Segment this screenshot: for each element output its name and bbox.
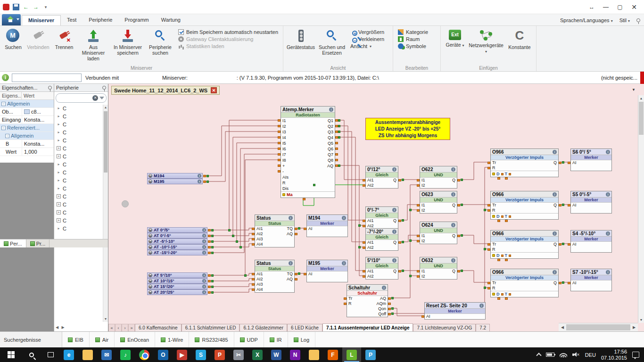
symbole-button[interactable]: Symbole — [398, 43, 436, 49]
tree-item[interactable]: ▸C — [54, 168, 108, 176]
page-tab[interactable]: 6.1.1 Schlafzimmer LED — [182, 324, 240, 331]
ansicht-dropdown[interactable]: Ansicht ▾ — [350, 43, 388, 49]
tree-item[interactable]: +C — [54, 208, 108, 216]
expand-icon[interactable]: + — [57, 146, 61, 150]
keyboard-language[interactable]: DEU — [585, 352, 596, 358]
ribbon-tab-programm[interactable]: Programm — [118, 15, 155, 25]
aus-miniserver-laden-button[interactable]: Aus Miniserver laden — [76, 27, 110, 65]
merker-row[interactable]: MAT -15°/-20°i — [147, 250, 207, 255]
property-group[interactable]: −Referenziert... — [0, 124, 54, 132]
page-tab[interactable]: 6.1.2 Gästezimmer — [239, 324, 287, 331]
tree-item[interactable]: ▸C — [54, 128, 108, 136]
verbinden-button[interactable]: Verbinden — [25, 27, 52, 65]
taskbar-app-spotify[interactable]: ♪ — [116, 347, 135, 362]
vergroessern-button[interactable]: + Vergrößern — [350, 29, 388, 35]
property-row[interactable]: Wert1,000 — [0, 148, 54, 156]
taskbar-app-onenote[interactable]: N — [286, 347, 305, 362]
block-s6[interactable]: S6 0°/ 5°iMerkerAI — [570, 148, 612, 171]
tree-item[interactable]: ▸C — [54, 224, 108, 232]
annotation-note[interactable]: AussentemperaturabhängigeLED Anzeige VZ … — [365, 118, 450, 140]
block-g4[interactable]: 5°/10°iGleichAI1QAI2 — [365, 257, 398, 280]
taskbar-app-skype[interactable]: S — [191, 347, 210, 362]
block-o632[interactable]: O632iUNDI1QI2 — [420, 257, 457, 280]
block-g1[interactable]: 0°/12°iGleichAI1QAI2 — [365, 166, 398, 189]
kategorie-button[interactable]: Kategorie — [398, 29, 436, 35]
statusbar-tab-rs232/485[interactable]: RS232/485 — [189, 332, 234, 347]
merker-row[interactable]: MAT 5°/10°i — [147, 272, 207, 278]
statusbar-tab-eib[interactable]: EIB — [62, 332, 90, 347]
close-document-icon[interactable]: ✕ — [211, 87, 217, 93]
autorestart-checkbox[interactable]: Beim Speichern automatisch neustarten — [178, 29, 278, 35]
start-button[interactable] — [0, 347, 22, 362]
page-nav-icon-1[interactable]: ‹ — [115, 324, 122, 331]
window-resize-icon[interactable]: ↔ — [585, 1, 599, 13]
property-value[interactable]: Konsta... — [22, 116, 54, 123]
window-close-icon[interactable]: ✕ — [627, 1, 641, 13]
tree-item[interactable]: +C — [54, 192, 108, 200]
collapse-icon[interactable]: − — [1, 126, 6, 130]
raum-button[interactable]: Raum — [398, 36, 436, 42]
property-value[interactable]: Konsta... — [22, 140, 54, 148]
taskbar-app-paint[interactable]: P — [361, 347, 380, 362]
collapse-icon[interactable]: − — [5, 134, 9, 138]
merker-row[interactable]: MAT 10°/15°i — [147, 278, 207, 284]
property-row[interactable]: EingangKonsta... — [0, 116, 54, 124]
tab-peripherie[interactable]: Per... — [0, 239, 26, 247]
tree-item[interactable]: ▸C — [54, 112, 108, 120]
taskbar-app-media-app[interactable]: ▶ — [173, 347, 191, 362]
property-group[interactable]: −Allgemein — [0, 132, 54, 140]
canvas-hscrollbar[interactable]: ◀ ▶ — [559, 323, 638, 331]
konstante-button[interactable]: C Konstante — [505, 27, 534, 65]
block-m195merker[interactable]: M195iMerkerAI — [306, 260, 348, 282]
block-s4[interactable]: S4 -5°/-10°iMerkerAI — [570, 230, 612, 253]
taskbar-app-chrome[interactable] — [135, 347, 154, 362]
block-vi3[interactable]: O966iVerzögerter ImpulsTrQRDT — [490, 230, 559, 259]
block-o624[interactable]: O624iUNDI1QI2 — [420, 222, 457, 244]
in-miniserver-speichern-button[interactable]: In Miniserver speichern — [110, 27, 145, 65]
tab-programm[interactable]: Pr... — [26, 239, 50, 247]
filter-icon[interactable] — [99, 97, 104, 99]
block-status1[interactable]: StatusiStatusAI1TQAI2AQAI3AI4 — [255, 214, 295, 247]
ribbon-tab-miniserver[interactable]: Miniserver — [22, 15, 61, 25]
ribbon-tab-test[interactable]: Test — [61, 15, 83, 25]
pin-ribbon-icon[interactable] — [636, 18, 640, 22]
property-group[interactable]: −Allgemein — [0, 100, 54, 108]
scrollbar-thumb[interactable] — [566, 324, 630, 330]
scroll-down-icon[interactable]: ▼ — [638, 317, 644, 323]
scroll-up-icon[interactable]: ▲ — [103, 105, 108, 110]
taskbar-app-mail[interactable]: ✉ — [97, 347, 116, 362]
diagram-canvas[interactable]: Swede Home_11_12_2014_LC6_2_WS ✕ ▼ Ausse… — [108, 84, 644, 331]
taskbar-app-folder[interactable] — [305, 347, 323, 362]
page-tab[interactable]: 6.0 Kaffemaschine — [135, 324, 182, 331]
merker-row[interactable]: MM194i — [147, 173, 203, 179]
merker-row[interactable]: MM195i — [147, 179, 203, 184]
style-menu[interactable]: Stil ▾ — [619, 17, 630, 23]
block-o623[interactable]: O623iUNDI1QI2 — [420, 191, 457, 214]
gateway-client-option[interactable]: Gateway Clientaktualisierung — [178, 36, 278, 42]
tree-item[interactable]: +C — [54, 144, 108, 152]
suchen-button[interactable]: M Suchen — [2, 27, 25, 65]
tree-item[interactable]: ▸C — [54, 160, 108, 168]
document-tab[interactable]: Swede Home_11_12_2014_LC6_2_WS ✕ — [111, 86, 220, 95]
block-schaltuhr[interactable]: SchaltuhriSchaltuhrTrAQRAQmQonQoff — [347, 284, 388, 317]
block-g3[interactable]: -7°/-20°iGleichAI1QAI2 — [365, 228, 398, 251]
tree-item[interactable]: ▸C — [54, 104, 108, 112]
window-minimize-icon[interactable]: — — [599, 1, 613, 13]
tab-list-dropdown-icon[interactable]: ▼ — [630, 87, 637, 93]
undo-icon[interactable]: ← — [23, 4, 29, 10]
trennen-button[interactable]: ✕ Trennen — [52, 27, 76, 65]
merker-row[interactable]: MAT 20°/25°i — [147, 289, 207, 295]
page-nav-icon-3[interactable]: » — [128, 324, 135, 331]
block-s7[interactable]: S7 -10°/-15°iMerkerAI — [570, 269, 612, 291]
block-atemp[interactable]: Atemp.MerkeriRadiotastenI1Q1I2Q2I3Q3I4Q4… — [281, 106, 335, 198]
task-view-button[interactable] — [41, 347, 59, 362]
verkleinern-button[interactable]: − Verkleinern — [350, 36, 388, 42]
statusbar-tab-log[interactable]: Log — [288, 332, 315, 347]
collapse-icon[interactable]: − — [1, 102, 6, 106]
block-s5[interactable]: S5 0°/-5°iMerkerAI — [570, 191, 612, 214]
expand-icon[interactable]: + — [57, 218, 61, 222]
tree-item[interactable]: +C — [54, 200, 108, 208]
suchergebnisse-tab[interactable]: Suchergebnisse — [0, 332, 62, 347]
expand-icon[interactable]: + — [57, 202, 61, 206]
quickbar-dropdown-icon[interactable]: ▾ — [42, 4, 49, 10]
